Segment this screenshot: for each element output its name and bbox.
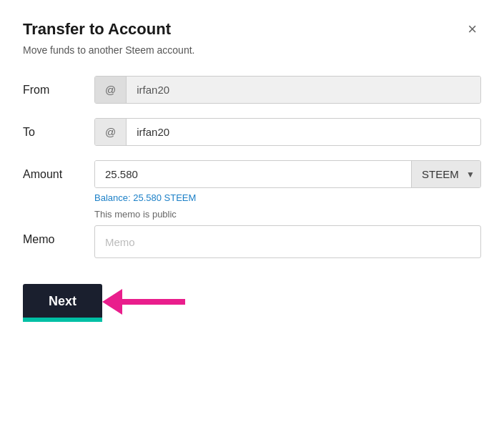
balance-text: Balance: 25.580 STEEM [94, 192, 481, 203]
from-label: From [23, 84, 94, 97]
to-at-symbol: @ [95, 119, 127, 145]
from-input[interactable] [127, 77, 480, 103]
transfer-dialog: Transfer to Account × Move funds to anot… [0, 0, 504, 437]
to-label: To [23, 126, 94, 139]
close-button[interactable]: × [463, 20, 481, 39]
memo-public-note: This memo is public [94, 209, 481, 220]
memo-input[interactable] [94, 225, 481, 258]
dialog-header: Transfer to Account × [23, 20, 481, 39]
currency-select[interactable]: STEEM SBD [412, 161, 480, 187]
from-input-wrapper: @ [94, 76, 481, 104]
currency-wrapper: STEEM SBD ▼ [411, 161, 480, 187]
amount-label: Amount [23, 160, 94, 181]
memo-section: This memo is public Memo [23, 209, 481, 258]
next-button[interactable]: Next [23, 284, 102, 319]
to-input-wrapper: @ [94, 118, 481, 146]
memo-row: Memo [23, 225, 481, 258]
arrow-shaft-icon [121, 299, 185, 305]
from-row: From @ [23, 76, 481, 104]
to-input[interactable] [127, 119, 480, 145]
arrow-head-icon [102, 289, 122, 315]
dialog-title: Transfer to Account [23, 20, 171, 39]
amount-field-row: STEEM SBD ▼ [94, 160, 481, 188]
arrow-indicator [102, 289, 185, 315]
amount-input[interactable] [95, 161, 411, 187]
memo-label: Memo [23, 225, 94, 246]
button-row: Next [23, 284, 481, 319]
from-at-symbol: @ [95, 77, 127, 103]
amount-input-group: STEEM SBD ▼ Balance: 25.580 STEEM [94, 160, 481, 203]
amount-row: Amount STEEM SBD ▼ Balance: 25.580 STEEM [23, 160, 481, 203]
dialog-subtitle: Move funds to another Steem account. [23, 44, 481, 56]
to-row: To @ [23, 118, 481, 146]
